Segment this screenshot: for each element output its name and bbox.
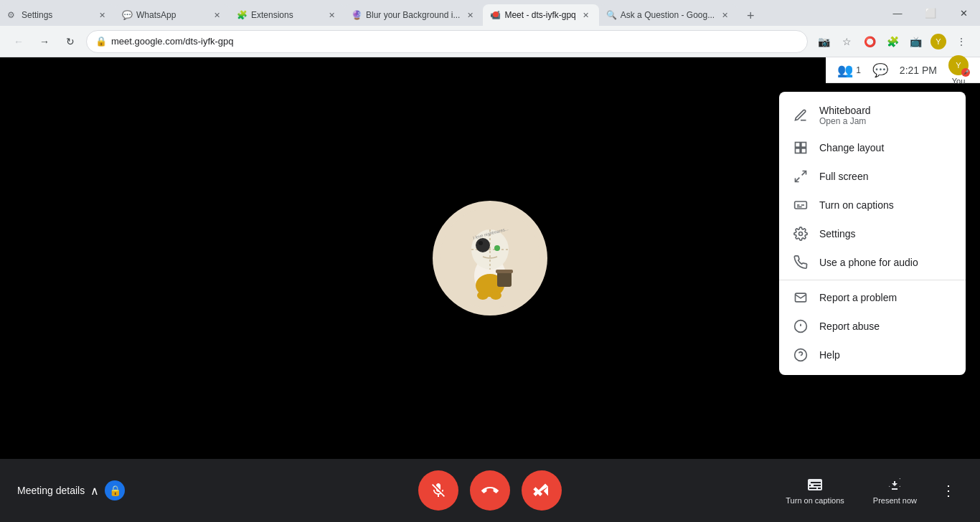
captions-bottom-label: Turn on captions	[786, 496, 844, 505]
tab-ask-title: Ask a Question - Goog...	[621, 10, 715, 20]
help-label: Help	[819, 349, 951, 361]
phone-audio-icon	[793, 255, 808, 270]
menu-item-whiteboard[interactable]: Whiteboard Open a Jam	[779, 98, 966, 133]
tab-ask[interactable]: 🔍 Ask a Question - Goog... ✕	[599, 4, 738, 26]
tab-settings[interactable]: ⚙ Settings ✕	[0, 4, 115, 26]
tab-extensions[interactable]: 🧩 Extensions ✕	[230, 4, 344, 26]
user-avatar[interactable]: Y 🎤	[948, 55, 969, 75]
extensions-icon[interactable]: 🧩	[882, 32, 903, 52]
help-icon	[793, 348, 808, 362]
captions-icon	[793, 198, 808, 212]
svg-rect-20	[795, 201, 807, 209]
tab-extensions-title: Extensions	[251, 10, 321, 20]
svg-point-6	[476, 238, 490, 252]
more-options-button[interactable]: ⋮	[934, 476, 963, 505]
bottom-bar: Meeting details ∧ 🔒	[0, 459, 980, 522]
settings-favicon: ⚙	[7, 10, 17, 20]
tab-meet-close[interactable]: ✕	[580, 9, 592, 21]
maximize-button[interactable]: ⬜	[914, 0, 947, 26]
hangup-icon	[481, 482, 499, 499]
address-bar: ← → ↻ 🔒 meet.google.com/dts-iyfk-gpq 📷 ☆…	[0, 26, 980, 57]
present-now-button[interactable]: Present now	[862, 470, 928, 511]
opera-icon[interactable]: ⭕	[859, 32, 880, 52]
menu-item-fullscreen[interactable]: Full screen	[779, 162, 966, 191]
tab-whatsapp-close[interactable]: ✕	[211, 9, 222, 21]
report-abuse-icon	[793, 319, 808, 333]
menu-item-phone-audio[interactable]: Use a phone for audio	[779, 248, 966, 277]
extensions-favicon: 🧩	[237, 10, 247, 20]
phone-audio-label: Use a phone for audio	[819, 257, 951, 268]
center-controls	[418, 470, 562, 511]
tab-meet-title: Meet - dts-iyfk-gpq	[504, 10, 575, 20]
back-button[interactable]: ←	[9, 32, 29, 52]
tab-bar: ⚙ Settings ✕ 💬 WhatsApp ✕ 🧩 Extensions ✕…	[0, 0, 980, 26]
svg-point-24	[799, 232, 803, 236]
toolbar-icons: 📷 ☆ ⭕ 🧩 📺 Y ⋮	[814, 32, 971, 52]
meet-favicon: 📹	[490, 10, 500, 20]
menu-icon[interactable]: ⋮	[951, 32, 971, 52]
svg-line-19	[796, 178, 800, 182]
tab-extensions-close[interactable]: ✕	[326, 9, 337, 21]
tab-whatsapp-title: WhatsApp	[136, 10, 207, 20]
svg-point-11	[477, 291, 489, 300]
url-bar[interactable]: 🔒 meet.google.com/dts-iyfk-gpq	[86, 30, 808, 53]
svg-rect-9	[497, 271, 512, 287]
svg-point-12	[490, 291, 501, 300]
video-off-icon	[533, 482, 550, 499]
cast-icon[interactable]: 📺	[905, 32, 925, 52]
tab-settings-close[interactable]: ✕	[96, 9, 108, 21]
meeting-details-button[interactable]: Meeting details ∧ 🔒	[17, 480, 125, 500]
menu-item-settings[interactable]: Settings	[779, 219, 966, 248]
chevron-up-icon: ∧	[90, 484, 99, 498]
tab-meet[interactable]: 📹 Meet - dts-iyfk-gpq ✕	[483, 4, 598, 26]
menu-item-report-abuse[interactable]: Report abuse	[779, 312, 966, 341]
reload-button[interactable]: ↻	[60, 32, 80, 52]
menu-item-help[interactable]: Help	[779, 341, 966, 369]
mic-off-icon	[430, 482, 447, 499]
camera-icon[interactable]: 📷	[814, 32, 834, 52]
character-illustration: I love nightmares...	[440, 208, 540, 308]
tab-ask-close[interactable]: ✕	[719, 9, 730, 21]
svg-rect-17	[801, 148, 806, 153]
profile-icon[interactable]: Y	[928, 32, 948, 52]
whiteboard-icon	[793, 108, 808, 123]
settings-menu-icon	[793, 227, 808, 241]
lock-icon: 🔒	[95, 36, 107, 47]
menu-item-change-layout[interactable]: Change layout	[779, 133, 966, 162]
bookmark-icon[interactable]: ☆	[837, 32, 857, 52]
turn-on-captions-button[interactable]: Turn on captions	[774, 470, 856, 511]
svg-point-7	[479, 241, 483, 245]
participants-count: 1	[856, 65, 861, 75]
meeting-details-label: Meeting details	[17, 485, 85, 496]
hangup-button[interactable]	[470, 470, 510, 511]
video-area: I love nightmares... Whiteboard Open a J…	[0, 57, 980, 459]
svg-line-18	[802, 171, 806, 176]
video-button[interactable]	[522, 470, 562, 511]
avatar-initial: Y	[956, 61, 961, 70]
participants-button[interactable]: 👥 1	[837, 62, 861, 78]
new-tab-button[interactable]: +	[740, 6, 760, 26]
svg-rect-16	[796, 148, 801, 153]
mute-badge: 🎤	[961, 68, 970, 77]
forward-button[interactable]: →	[34, 32, 55, 52]
change-layout-label: Change layout	[819, 142, 951, 153]
context-menu: Whiteboard Open a Jam Change layout	[779, 92, 966, 375]
change-layout-icon	[793, 141, 808, 155]
menu-item-report-problem[interactable]: Report a problem	[779, 283, 966, 312]
right-controls: Turn on captions Present now ⋮	[774, 470, 963, 511]
svg-rect-14	[796, 143, 801, 148]
tab-blur-close[interactable]: ✕	[464, 9, 476, 21]
close-button[interactable]: ✕	[947, 0, 980, 26]
mute-button[interactable]	[418, 470, 458, 511]
whiteboard-label: Whiteboard Open a Jam	[819, 105, 951, 126]
browser-frame: ⚙ Settings ✕ 💬 WhatsApp ✕ 🧩 Extensions ✕…	[0, 0, 980, 522]
tab-blur[interactable]: 🔮 Blur your Background i... ✕	[344, 4, 483, 26]
minimize-button[interactable]: —	[881, 0, 914, 26]
menu-item-captions[interactable]: Turn on captions	[779, 191, 966, 219]
url-text: meet.google.com/dts-iyfk-gpq	[111, 36, 798, 47]
svg-rect-10	[496, 270, 513, 273]
chat-button[interactable]: 💬	[872, 62, 888, 78]
present-now-icon	[886, 476, 903, 493]
chat-icon: 💬	[872, 62, 888, 78]
tab-whatsapp[interactable]: 💬 WhatsApp ✕	[115, 4, 230, 26]
